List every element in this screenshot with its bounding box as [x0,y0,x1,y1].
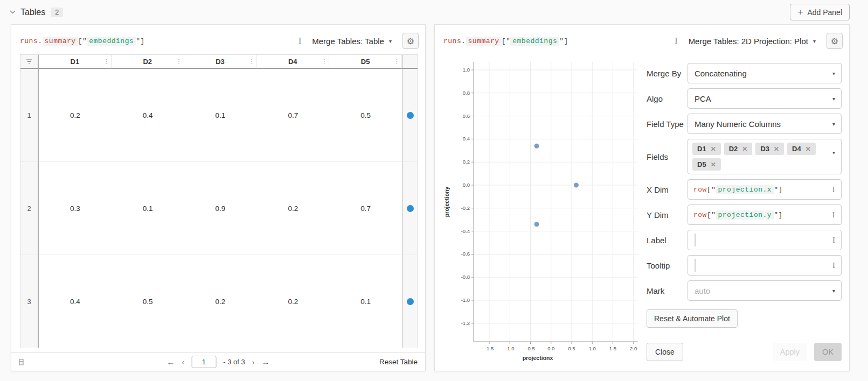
table-panel-header: runs.summary["embeddings"] I Merge Table… [11,25,425,52]
run-color-cell [402,69,418,162]
svg-text:0.8: 0.8 [463,90,470,96]
apply-button[interactable]: Apply [773,343,807,361]
table-footer: ← ‹ - 3 of 3 › → Reset Table [11,352,425,371]
run-color-dot [407,298,414,305]
text-cursor-icon: I [832,186,836,194]
add-panel-button[interactable]: + Add Panel [790,4,850,20]
tooltip-input[interactable]: I [688,255,842,276]
page-range-text: - 3 of 3 [223,358,245,366]
ok-button[interactable]: OK [814,343,842,361]
label-input[interactable]: I [688,230,842,250]
first-page-icon[interactable]: ← [167,357,175,366]
reset-table-button[interactable]: Reset Table [379,358,418,366]
run-color-cell [402,255,418,348]
svg-text:-0.5: -0.5 [526,345,534,351]
column-header-d1[interactable]: D1⋮ [39,55,112,69]
plot-settings-button[interactable]: ⚙ [827,33,843,49]
field-type-label: Field Type [647,119,688,129]
text-cursor-icon: I [832,262,835,270]
config-actions: Close Apply OK [647,343,842,361]
merge-by-select[interactable]: Concatenating ▾ [688,63,842,83]
column-header-color [402,55,418,69]
svg-text:0.2: 0.2 [463,159,470,165]
data-table: D1⋮ D2⋮ D3⋮ D4⋮ D5⋮ 1 0.2 0.4 0.1 0.7 0.… [20,54,418,348]
field-tag[interactable]: D3✕ [755,143,784,155]
reset-automate-plot-button[interactable]: Reset & Automate Plot [647,309,738,328]
svg-text:-0.4: -0.4 [461,228,470,234]
column-menu-icon[interactable]: ⋮ [176,58,182,65]
algo-select[interactable]: PCA ▾ [688,88,842,109]
plot-query-expression[interactable]: runs.summary["embeddings"] [443,37,568,45]
table-filter-cell[interactable] [20,55,39,69]
remove-field-icon[interactable]: ✕ [774,145,779,153]
label-field-label: Label [647,236,688,245]
table-view-selector[interactable]: Merge Tables: Table ▾ [312,37,392,46]
svg-text:-0.6: -0.6 [461,251,470,257]
close-button[interactable]: Close [647,343,683,361]
prev-page-icon[interactable]: ‹ [182,358,185,366]
mark-label: Mark [647,286,688,295]
remove-field-icon[interactable]: ✕ [805,145,811,153]
row-number: 3 [20,255,39,348]
last-page-icon[interactable]: → [261,357,269,366]
column-menu-icon[interactable]: ⋮ [248,58,254,65]
svg-text:0.6: 0.6 [463,113,470,119]
table-cell: 0.2 [39,69,112,162]
svg-text:0.0: 0.0 [463,182,470,188]
remove-field-icon[interactable]: ✕ [711,161,716,168]
svg-text:projectiony: projectiony [443,187,450,217]
column-header-d2[interactable]: D2⋮ [112,55,184,69]
table-cell: 0.2 [256,162,329,255]
collapse-chevron-icon[interactable] [10,10,16,14]
table-panel: runs.summary["embeddings"] I Merge Table… [11,24,426,371]
caret-down-icon: ▾ [832,288,835,294]
field-tag[interactable]: D4✕ [787,143,816,155]
run-color-cell [402,162,418,255]
x-dim-input[interactable]: row["projection.x"] I [688,179,842,200]
field-tag[interactable]: D1✕ [692,143,721,155]
algo-label: Algo [647,94,688,103]
caret-down-icon: ▾ [832,96,835,102]
plot-view-selector[interactable]: Merge Tables: 2D Projection: Plot ▾ [689,37,816,46]
field-tag[interactable]: D2✕ [724,143,753,155]
columns-icon[interactable] [19,359,24,365]
next-page-icon[interactable]: › [252,358,255,366]
column-menu-icon[interactable]: ⋮ [394,58,400,65]
table-cell: 0.7 [329,162,402,255]
caret-down-icon: ▾ [389,38,392,44]
filter-icon [26,59,32,64]
column-header-d3[interactable]: D3⋮ [184,55,257,69]
mark-select[interactable]: auto ▾ [688,280,842,301]
svg-text:1.5: 1.5 [609,345,616,351]
table-cell: 0.3 [39,162,112,255]
column-header-d5[interactable]: D5⋮ [329,55,402,69]
table-query-expression[interactable]: runs.summary["embeddings"] [20,37,145,45]
field-type-select[interactable]: Many Numeric Columns ▾ [688,114,842,134]
svg-text:1.0: 1.0 [589,345,596,351]
remove-field-icon[interactable]: ✕ [711,145,716,153]
field-tag[interactable]: D5✕ [692,158,721,171]
table-cell: 0.9 [184,162,257,255]
svg-text:-0.2: -0.2 [461,205,470,211]
panel-count-badge: 2 [51,8,63,17]
projection-panel: runs.summary["embeddings"] I Merge Table… [434,24,850,371]
x-dim-label: X Dim [647,185,688,194]
column-menu-icon[interactable]: ⋮ [321,58,327,65]
run-color-dot [407,112,414,119]
column-menu-icon[interactable]: ⋮ [103,58,109,65]
y-dim-input[interactable]: row["projection.y"] I [688,204,842,225]
column-header-d4[interactable]: D4⋮ [256,55,329,69]
merge-by-label: Merge By [647,69,688,78]
svg-text:0.0: 0.0 [547,345,554,351]
table-settings-button[interactable]: ⚙ [402,33,419,49]
fields-multiselect[interactable]: D1✕ D2✕ D3✕ D4✕ D5✕ ▾ [688,139,842,174]
caret-down-icon: ▾ [832,121,835,127]
table-cell: 0.2 [256,255,329,348]
page-number-input[interactable] [191,356,216,368]
svg-text:0.4: 0.4 [463,136,470,142]
fields-label: Fields [647,152,688,161]
text-cursor-icon: I [832,211,836,219]
row-number: 2 [20,162,39,255]
remove-field-icon[interactable]: ✕ [742,145,747,153]
svg-text:-1.2: -1.2 [461,320,470,326]
